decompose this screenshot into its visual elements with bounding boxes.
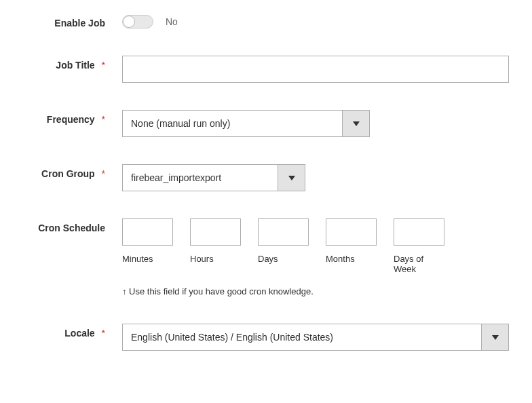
cron-dow-caption: Days of Week bbox=[394, 254, 444, 274]
locale-value: English (United States) / English (Unite… bbox=[123, 324, 481, 350]
frequency-value: None (manual run only) bbox=[123, 111, 342, 136]
cron-hours-caption: Hours bbox=[190, 254, 241, 264]
chevron-down-icon bbox=[481, 324, 508, 350]
enable-job-value: No bbox=[166, 16, 178, 27]
cron-group-value: firebear_importexport bbox=[123, 165, 278, 191]
job-title-label: Job Title bbox=[56, 60, 94, 71]
cron-group-label: Cron Group bbox=[41, 168, 95, 179]
required-mark: * bbox=[102, 114, 105, 125]
chevron-down-icon bbox=[278, 165, 305, 191]
cron-days-input[interactable] bbox=[258, 218, 309, 246]
enable-job-toggle[interactable] bbox=[122, 15, 153, 28]
job-title-input[interactable] bbox=[122, 56, 509, 83]
cron-minutes-caption: Minutes bbox=[122, 254, 173, 264]
frequency-label: Frequency bbox=[47, 114, 95, 125]
toggle-knob bbox=[123, 16, 135, 28]
cron-minutes-input[interactable] bbox=[122, 218, 173, 246]
cron-dow-input[interactable] bbox=[394, 218, 444, 246]
cron-months-input[interactable] bbox=[326, 218, 377, 246]
cron-schedule-note: ↑ Use this field if you have good cron k… bbox=[122, 286, 525, 296]
enable-job-label: Enable Job bbox=[54, 18, 105, 28]
cron-hours-input[interactable] bbox=[190, 218, 241, 246]
cron-months-caption: Months bbox=[326, 254, 377, 264]
cron-days-caption: Days bbox=[258, 254, 309, 264]
cron-schedule-label: Cron Schedule bbox=[38, 223, 105, 233]
required-mark: * bbox=[102, 168, 105, 179]
locale-label: Locale bbox=[64, 328, 94, 339]
frequency-select[interactable]: None (manual run only) bbox=[122, 110, 370, 137]
required-mark: * bbox=[102, 328, 105, 339]
cron-group-select[interactable]: firebear_importexport bbox=[122, 164, 305, 191]
locale-select[interactable]: English (United States) / English (Unite… bbox=[122, 324, 509, 351]
chevron-down-icon bbox=[342, 111, 369, 136]
required-mark: * bbox=[102, 60, 105, 71]
